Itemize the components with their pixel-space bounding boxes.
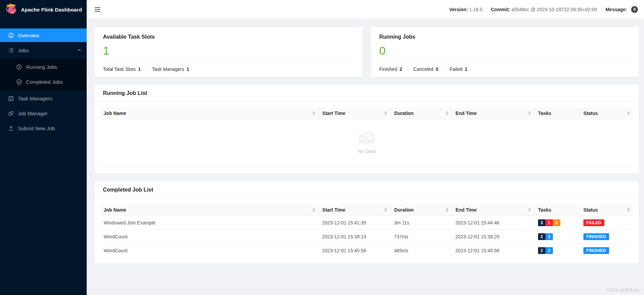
sort-icon[interactable] [384, 208, 387, 212]
version-label: Version: [449, 7, 468, 12]
sidebar-item-label: Overview [18, 33, 39, 38]
running-job-list-card: Running Job List Job NameStart TimeDurat… [95, 85, 639, 173]
sort-icon[interactable] [313, 111, 315, 115]
column-header-duration[interactable]: Duration [391, 107, 452, 119]
sidebar-item-submit-new-job[interactable]: Submit New Job [0, 121, 87, 135]
divider [601, 7, 601, 12]
sidebar-item-label: Jobs [18, 47, 29, 53]
version-value: 1.18.0 [469, 7, 482, 12]
column-header-start-time[interactable]: Start Time [319, 107, 390, 119]
deployment-icon [8, 111, 14, 116]
column-header-tasks: Tasks [535, 107, 580, 119]
stat-footer-value: 1 [138, 66, 141, 72]
job-row[interactable]: WordCount2023-12-01 15:39:19737ms2023-12… [100, 230, 633, 244]
stat-footer-item: Canceled0 [413, 66, 438, 72]
sidebar-item-completed-jobs[interactable]: Completed Jobs [0, 75, 87, 88]
column-header-end-time[interactable]: End Time [452, 107, 535, 119]
task-badges: 22 [538, 233, 553, 240]
sort-icon[interactable] [384, 111, 387, 115]
sort-icon[interactable] [446, 111, 448, 115]
stats-row: Available Task Slots 1 Total Task Slots1… [95, 27, 639, 77]
empty-box-icon [356, 131, 378, 145]
stat-footer: Total Task Slots1Task Managers1 [103, 66, 354, 73]
end-time-cell: 2023-12-01 15:45:58 [452, 244, 535, 258]
column-header-job-name[interactable]: Job Name [100, 107, 319, 119]
card-head: Completed Job List [95, 181, 639, 199]
status-cell: FINISHED [580, 244, 633, 258]
duration-cell: 485ms [391, 244, 452, 258]
card-body: Job NameStart TimeDurationEnd TimeTasksS… [95, 102, 639, 173]
sidebar-item-jobs[interactable]: Jobs [0, 43, 87, 57]
sort-icon[interactable] [528, 208, 531, 212]
job-row[interactable]: Windowed Join Example2023-12-01 15:41:35… [100, 216, 633, 230]
task-badges: 22 [538, 247, 553, 254]
stat-footer-label: Task Managers [152, 66, 184, 72]
sidebar-item-task-managers[interactable]: Task Managers [0, 92, 87, 105]
column-header-label: End Time [455, 111, 477, 116]
task-count-badge: 2 [545, 247, 553, 254]
stat-footer-label: Total Task Slots [103, 66, 136, 72]
column-header-label: Tasks [538, 111, 551, 116]
job-name-cell: Windowed Join Example [100, 216, 319, 230]
stat-footer-item: Task Managers1 [152, 66, 189, 72]
column-header-duration[interactable]: Duration [391, 204, 452, 216]
sort-icon[interactable] [313, 208, 315, 212]
column-header-label: Start Time [322, 207, 345, 213]
task-count-badge: 3 [538, 219, 545, 226]
sidebar-item-label: Task Managers [18, 96, 52, 101]
stat-footer-item: Finished2 [379, 66, 402, 72]
column-header-start-time[interactable]: Start Time [319, 204, 390, 216]
card-title: Completed Job List [103, 187, 153, 193]
table-header-row: Job NameStart TimeDurationEnd TimeTasksS… [100, 107, 633, 119]
completed-job-list-card: Completed Job List Job NameStart TimeDur… [95, 181, 639, 263]
running-jobs-card: Running Jobs 0 Finished2Canceled0Failed1 [371, 27, 639, 77]
stat-footer-label: Failed [450, 66, 463, 72]
stat-footer-value: 1 [187, 66, 189, 72]
column-header-status[interactable]: Status [580, 204, 633, 216]
sidebar-item-overview[interactable]: Overview [0, 28, 87, 42]
job-name-cell: WordCount [100, 230, 319, 244]
commit-label: Commit: [491, 7, 510, 12]
column-header-status[interactable]: Status [580, 107, 633, 119]
sidebar-item-job-manager[interactable]: Job Manager [0, 106, 87, 120]
stat-footer-label: Finished [379, 66, 397, 72]
divider [444, 67, 444, 72]
status-cell: FAILED [580, 216, 633, 230]
stat-footer-value: 1 [465, 66, 468, 72]
empty-state: No Data [100, 119, 633, 168]
job-row[interactable]: WordCount2023-12-01 15:45:58485ms2023-12… [100, 244, 633, 258]
menu-fold-icon[interactable] [94, 6, 101, 13]
column-header-label: Status [583, 111, 598, 116]
stat-footer-item: Failed1 [450, 66, 468, 72]
message-count-badge[interactable]: 0 [631, 6, 638, 13]
flink-squirrel-logo-icon [5, 3, 18, 16]
divider [103, 62, 354, 62]
available-task-slots-card: Available Task Slots 1 Total Task Slots1… [95, 27, 362, 77]
task-count-badge: 2 [538, 233, 545, 240]
column-header-label: Start Time [322, 111, 345, 116]
sidebar-menu: Overview Jobs Running Jobs [0, 19, 87, 135]
column-header-label: Duration [394, 207, 414, 213]
task-count-badge: 2 [553, 219, 560, 226]
sidebar-item-running-jobs[interactable]: Running Jobs [0, 60, 87, 74]
sort-icon[interactable] [627, 111, 630, 115]
sidebar-item-label: Submit New Job [18, 125, 55, 131]
schedule-icon [8, 96, 14, 101]
column-header-end-time[interactable]: End Time [452, 204, 535, 216]
sort-icon[interactable] [627, 208, 630, 212]
commit-info: Commit: a5548cc @ 2023-10-18T22:09:35+02… [491, 7, 597, 12]
end-time-cell: 2023-12-01 15:39:20 [452, 230, 535, 244]
sort-icon[interactable] [528, 111, 531, 115]
app-logo[interactable]: Apache Flink Dashboard [0, 0, 87, 19]
tasks-cell: 312 [535, 216, 580, 230]
empty-text: No Data [100, 149, 633, 154]
divider [408, 67, 408, 72]
column-header-label: Tasks [538, 207, 551, 213]
card-title: Running Job List [103, 90, 147, 96]
duration-cell: 3m 11s [391, 216, 452, 230]
stat-footer-value: 0 [436, 66, 438, 72]
column-header-job-name[interactable]: Job Name [100, 204, 319, 216]
task-count-badge: 1 [545, 219, 553, 226]
stat-title: Running Jobs [379, 34, 630, 40]
sort-icon[interactable] [446, 208, 448, 212]
